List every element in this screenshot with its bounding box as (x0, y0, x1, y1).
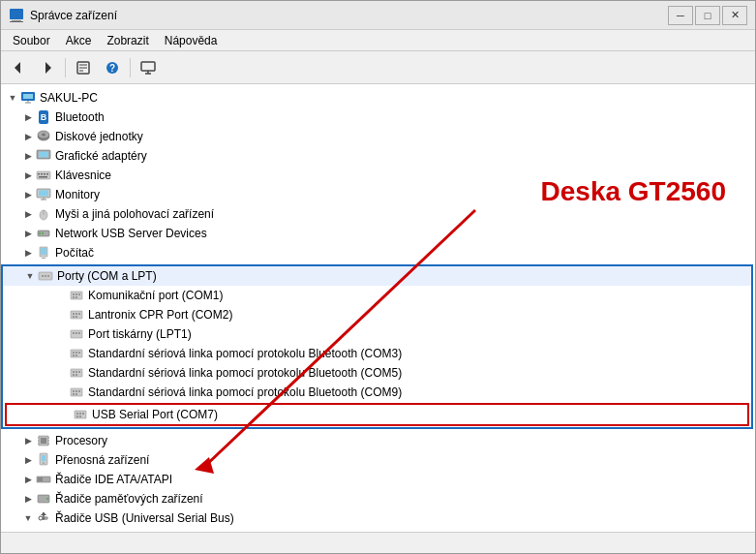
networkusb-label: Network USB Server Devices (55, 227, 207, 240)
tree-item-ide[interactable]: ▶ Řadiče IDE ATA/ATAPI (1, 470, 755, 489)
svg-point-44 (42, 275, 44, 277)
tree-panel[interactable]: ▼ SAKUL-PC ▶ B (1, 84, 755, 532)
storage-icon (36, 491, 51, 507)
svg-rect-27 (41, 173, 43, 175)
svg-text:B: B (41, 112, 47, 122)
svg-point-45 (45, 275, 46, 277)
tree-item-com1[interactable]: ▶ Komunikační port (COM1) (3, 286, 751, 305)
mouse-expander[interactable]: ▶ (20, 206, 36, 222)
svg-rect-15 (23, 94, 33, 99)
svg-rect-103 (45, 517, 47, 519)
tree-item-computer[interactable]: ▶ Počítač (1, 243, 755, 262)
com5-label: Standardní sériová linka pomocí protokol… (88, 366, 402, 380)
display-expander[interactable]: ▶ (20, 148, 36, 164)
tree-item-com9[interactable]: ▶ Standardní sériová linka pomocí protok… (3, 383, 751, 402)
back-button[interactable] (5, 55, 32, 80)
svg-point-74 (76, 374, 77, 376)
svg-point-76 (73, 390, 75, 392)
toolbar-separator-2 (130, 58, 131, 77)
tree-item-asmedia[interactable]: ▶ ASMedia USB 3.0 eXtensible Host Contro… (1, 528, 755, 532)
processors-expander[interactable]: ▶ (20, 433, 36, 448)
svg-rect-29 (46, 173, 48, 175)
svg-point-77 (76, 390, 77, 392)
display-label: Grafické adaptéry (55, 149, 147, 163)
ide-icon (36, 472, 51, 487)
root-label: SAKUL-PC (40, 91, 98, 105)
mouse-label: Myši a jiná polohovací zařízení (55, 207, 214, 221)
tree-item-monitors[interactable]: ▶ Monitory (1, 185, 755, 204)
monitor-button[interactable] (135, 55, 162, 80)
tree-item-mouse[interactable]: ▶ Myši a jiná polohovací zařízení (1, 204, 755, 224)
properties-button[interactable] (70, 55, 97, 80)
portable-label: Přenosná zařízení (55, 453, 149, 467)
menu-napoveda[interactable]: Nápověda (157, 32, 226, 49)
maximize-button[interactable]: □ (695, 6, 720, 25)
svg-text:?: ? (109, 63, 115, 74)
root-expander[interactable]: ▼ (5, 90, 20, 106)
svg-point-66 (78, 352, 80, 354)
svg-point-52 (76, 296, 77, 298)
computer-icon (20, 90, 36, 106)
svg-point-65 (76, 352, 77, 354)
com2-icon (69, 307, 84, 323)
svg-rect-32 (39, 191, 48, 197)
svg-point-22 (42, 134, 45, 137)
monitors-expander[interactable]: ▶ (20, 187, 36, 202)
usb-serial-highlight: ▶ USB Serial Port (COM7) (5, 403, 749, 426)
forward-button[interactable] (34, 55, 61, 80)
svg-point-49 (76, 293, 77, 295)
svg-point-85 (76, 416, 78, 417)
portable-expander[interactable]: ▶ (20, 452, 36, 468)
tree-item-keyboard[interactable]: ▶ Klávesnice (1, 166, 755, 185)
close-button[interactable]: ✕ (722, 6, 747, 25)
tree-item-com2[interactable]: ▶ Lantronix CPR Port (COM2) (3, 305, 751, 324)
tree-item-portable[interactable]: ▶ Přenosná zařízení (1, 450, 755, 470)
svg-point-62 (78, 332, 80, 334)
menu-zobrazit[interactable]: Zobrazit (99, 32, 156, 49)
tree-item-com3[interactable]: ▶ Standardní sériová linka pomocí protok… (3, 344, 751, 363)
tree-item-com5[interactable]: ▶ Standardní sériová linka pomocí protok… (3, 363, 751, 383)
networkusb-expander[interactable]: ▶ (20, 226, 36, 241)
keyboard-expander[interactable]: ▶ (20, 168, 36, 183)
processors-icon (36, 433, 51, 448)
usb-expander[interactable]: ▼ (20, 510, 36, 526)
minimize-button[interactable]: ─ (668, 6, 693, 25)
svg-point-97 (43, 462, 45, 464)
svg-point-67 (73, 354, 75, 356)
tree-item-networkusb[interactable]: ▶ Network USB Server Devices (1, 224, 755, 243)
main-content: ▼ SAKUL-PC ▶ B (1, 84, 755, 532)
svg-rect-99 (38, 477, 43, 481)
svg-point-39 (42, 232, 44, 234)
asmedia-label: ASMedia USB 3.0 eXtensible Host Controll… (86, 531, 408, 532)
svg-point-70 (73, 371, 75, 373)
tree-item-usb[interactable]: ▼ Řadiče USB (Universal Serial Bus) (1, 508, 755, 528)
svg-point-60 (73, 332, 75, 334)
usb-label: Řadiče USB (Universal Serial Bus) (55, 511, 234, 525)
tree-item-lpt1[interactable]: ▶ Port tiskárny (LPT1) (3, 324, 751, 344)
computer-expander[interactable]: ▶ (20, 245, 36, 261)
svg-point-54 (73, 313, 75, 315)
ports-expander[interactable]: ▼ (22, 268, 38, 284)
disk-label: Diskové jednotky (55, 130, 143, 143)
svg-point-61 (76, 332, 77, 334)
ide-expander[interactable]: ▶ (20, 472, 36, 487)
menu-akce[interactable]: Akce (58, 32, 100, 49)
storage-expander[interactable]: ▶ (20, 491, 36, 507)
tree-item-disk[interactable]: ▶ Diskové jednotky (1, 127, 755, 146)
tree-item-display[interactable]: ▶ Grafické adaptéry (1, 146, 755, 166)
keyboard-label: Klávesnice (55, 169, 111, 182)
tree-item-ports[interactable]: ▼ Porty (COM a LPT) (3, 266, 751, 286)
help-button[interactable]: ? (99, 55, 126, 80)
mouse-icon (36, 206, 51, 222)
tree-item-storage[interactable]: ▶ Řadiče paměťových zařízení (1, 489, 755, 508)
disk-expander[interactable]: ▶ (20, 129, 36, 144)
com7-label: USB Serial Port (COM7) (92, 408, 218, 421)
bluetooth-expander[interactable]: ▶ (20, 109, 36, 125)
disk-icon (36, 129, 51, 144)
tree-item-bluetooth[interactable]: ▶ B Bluetooth (1, 108, 755, 127)
tree-item-com7[interactable]: ▶ USB Serial Port (COM7) (7, 405, 747, 424)
menu-soubor[interactable]: Soubor (5, 32, 58, 49)
tree-root[interactable]: ▼ SAKUL-PC (1, 88, 755, 108)
window-icon (9, 8, 24, 23)
tree-item-processors[interactable]: ▶ Procesory (1, 431, 755, 450)
